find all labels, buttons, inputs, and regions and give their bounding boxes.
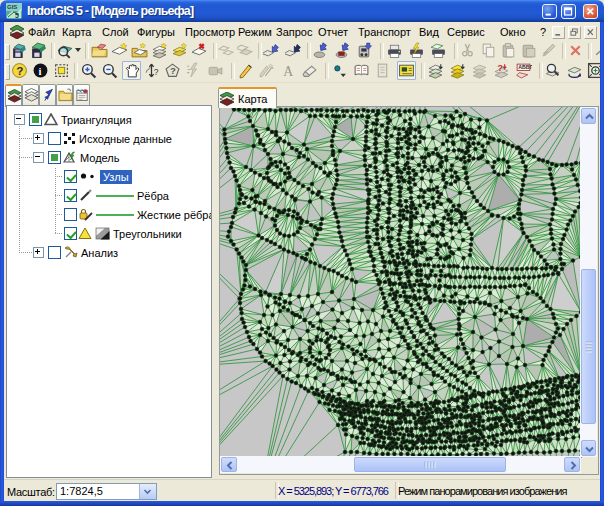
svg-text:?: ? xyxy=(170,65,176,76)
svg-text:A: A xyxy=(283,64,293,79)
svg-text:5: 5 xyxy=(15,12,19,19)
svg-text:?: ? xyxy=(16,64,23,77)
svg-text:?: ? xyxy=(497,62,503,73)
svg-text:?: ? xyxy=(154,67,159,77)
svg-text:GIS: GIS xyxy=(7,4,17,10)
svg-text:АБВГ: АБВГ xyxy=(518,64,532,70)
svg-text:i: i xyxy=(39,66,42,77)
